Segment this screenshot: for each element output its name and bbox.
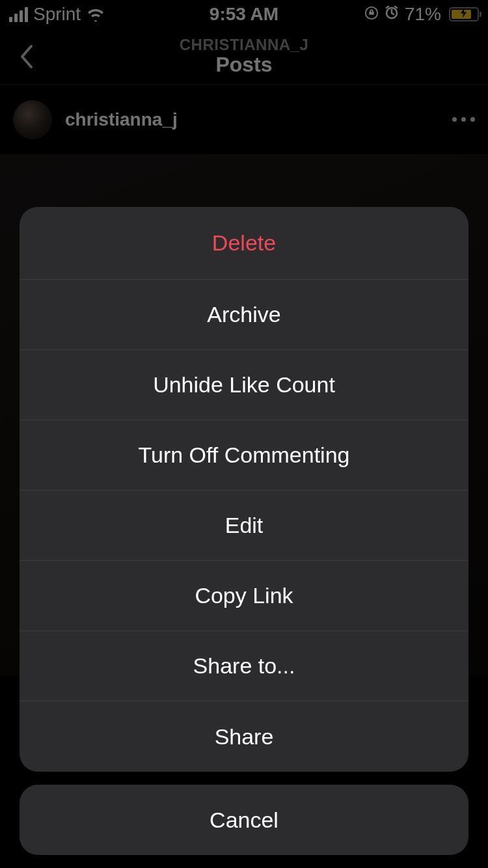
charging-bolt-icon (461, 8, 467, 21)
status-bar: Sprint 9:53 AM 71% (0, 0, 488, 29)
battery-icon (446, 7, 479, 21)
back-button[interactable] (0, 44, 52, 70)
cellular-signal-icon (9, 7, 28, 22)
status-right: 71% (364, 4, 479, 25)
carrier-label: Sprint (33, 4, 81, 25)
nav-header: CHRISTIANNA_J Posts (0, 29, 488, 85)
post-username[interactable]: christianna_j (65, 109, 178, 130)
status-left: Sprint (9, 4, 105, 25)
nav-titles: CHRISTIANNA_J Posts (180, 36, 309, 77)
nav-subtitle: CHRISTIANNA_J (180, 36, 309, 53)
action-delete[interactable]: Delete (20, 207, 468, 280)
nav-title: Posts (180, 53, 309, 76)
action-sheet-container: Delete Archive Unhide Like Count Turn Of… (0, 207, 488, 868)
action-share-to[interactable]: Share to... (20, 631, 468, 701)
chevron-left-icon (18, 44, 34, 70)
wifi-icon (86, 7, 105, 21)
more-options-button[interactable] (452, 117, 475, 122)
status-time: 9:53 AM (210, 4, 278, 25)
avatar[interactable] (13, 100, 52, 139)
post-header: christianna_j (0, 85, 488, 155)
action-archive[interactable]: Archive (20, 280, 468, 350)
action-cancel[interactable]: Cancel (20, 785, 468, 855)
action-copy-link[interactable]: Copy Link (20, 561, 468, 631)
action-sheet: Delete Archive Unhide Like Count Turn Of… (20, 207, 468, 772)
action-turn-off-commenting[interactable]: Turn Off Commenting (20, 420, 468, 491)
alarm-icon (384, 4, 400, 25)
action-edit[interactable]: Edit (20, 491, 468, 561)
orientation-lock-icon (364, 4, 379, 25)
action-share[interactable]: Share (20, 701, 468, 772)
battery-percent: 71% (405, 4, 441, 25)
action-unhide-like-count[interactable]: Unhide Like Count (20, 350, 468, 420)
more-icon (452, 117, 457, 122)
